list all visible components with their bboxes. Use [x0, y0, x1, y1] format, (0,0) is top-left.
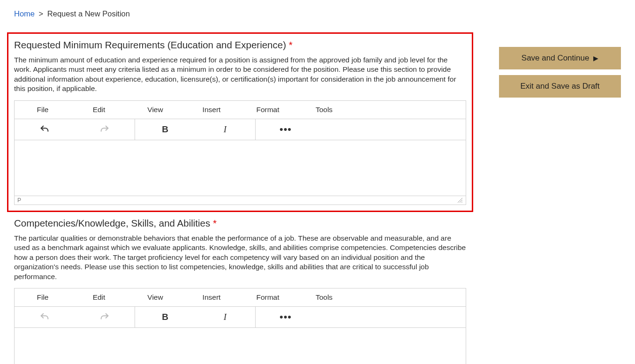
required-asterisk: *	[213, 218, 217, 228]
arrow-right-icon: ▶	[593, 54, 598, 62]
bold-button[interactable]: B	[135, 119, 195, 140]
menu-edit[interactable]: Edit	[71, 101, 127, 119]
undo-button[interactable]	[15, 307, 75, 327]
menu-edit[interactable]: Edit	[71, 288, 127, 306]
breadcrumb-separator: >	[39, 9, 44, 18]
more-button[interactable]: •••	[256, 307, 316, 327]
undo-icon	[39, 124, 50, 135]
resize-icon	[457, 197, 463, 203]
highlighted-section-min-requirements: Requested Minimum Requirements (Educatio…	[7, 32, 473, 212]
editor-menubar: File Edit View Insert Format Tools	[15, 101, 466, 119]
editor-toolbar: B I •••	[15, 307, 466, 328]
menu-format[interactable]: Format	[240, 288, 296, 306]
section-desc-min-requirements: The minimum amount of education and expe…	[14, 55, 466, 94]
section-desc-competencies: The particular qualities or demonstrable…	[14, 234, 466, 281]
menu-file[interactable]: File	[15, 101, 71, 119]
undo-button[interactable]	[15, 119, 75, 140]
menu-format[interactable]: Format	[240, 101, 296, 119]
italic-button[interactable]: I	[195, 119, 255, 140]
breadcrumb-home-link[interactable]: Home	[14, 9, 35, 18]
redo-button[interactable]	[75, 307, 135, 327]
menu-insert[interactable]: Insert	[183, 288, 240, 306]
editor-menubar: File Edit View Insert Format Tools	[15, 288, 466, 307]
bold-icon: B	[162, 312, 168, 322]
rich-text-editor-competencies: File Edit View Insert Format Tools B I •…	[14, 288, 466, 364]
redo-button[interactable]	[75, 119, 135, 140]
italic-icon: I	[224, 124, 227, 135]
editor-statusbar: P	[15, 196, 466, 205]
redo-icon	[99, 312, 110, 322]
undo-icon	[39, 312, 50, 322]
breadcrumb: Home > Request a New Position	[14, 9, 466, 18]
resize-handle[interactable]	[457, 197, 463, 203]
required-asterisk: *	[289, 39, 293, 50]
menu-tools[interactable]: Tools	[296, 288, 352, 306]
save-and-continue-button[interactable]: Save and Continue ▶	[499, 47, 621, 69]
editor-path: P	[17, 197, 21, 204]
breadcrumb-current: Request a New Position	[47, 9, 130, 18]
menu-insert[interactable]: Insert	[183, 101, 240, 119]
exit-and-save-draft-button[interactable]: Exit and Save as Draft	[499, 75, 621, 98]
rich-text-editor-min-requirements: File Edit View Insert Format Tools B	[14, 100, 466, 205]
menu-tools[interactable]: Tools	[296, 101, 352, 119]
editor-content-area[interactable]	[15, 328, 466, 364]
editor-toolbar: B I •••	[15, 119, 466, 140]
more-button[interactable]: •••	[256, 119, 316, 140]
bold-icon: B	[162, 124, 168, 135]
menu-view[interactable]: View	[127, 101, 183, 119]
menu-file[interactable]: File	[15, 288, 71, 306]
editor-content-area[interactable]	[15, 140, 466, 196]
menu-view[interactable]: View	[127, 288, 183, 306]
italic-button[interactable]: I	[195, 307, 255, 327]
italic-icon: I	[224, 312, 227, 322]
section-title-min-requirements: Requested Minimum Requirements (Educatio…	[14, 39, 466, 51]
section-title-competencies: Competencies/Knowledge, Skills, and Abil…	[14, 218, 466, 229]
redo-icon	[99, 124, 110, 135]
bold-button[interactable]: B	[135, 307, 195, 327]
